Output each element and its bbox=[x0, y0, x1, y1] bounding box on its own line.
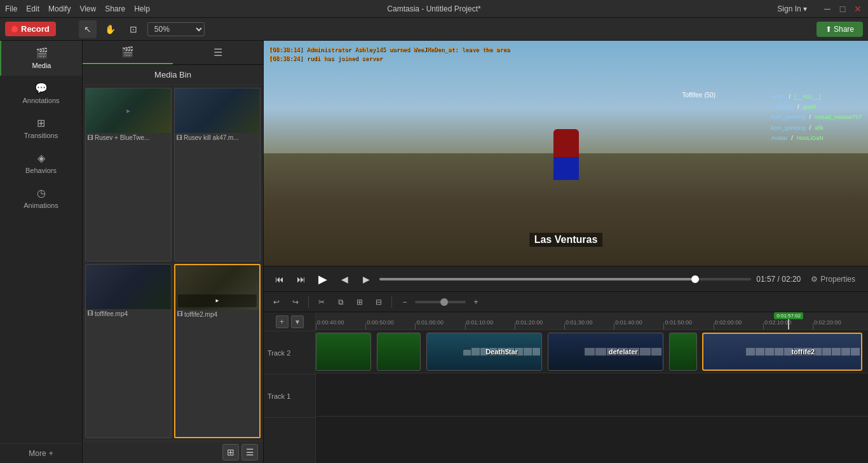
next-clip-button[interactable]: ▶ bbox=[358, 271, 374, 287]
clip-defe-inner: defelater bbox=[583, 348, 663, 356]
zoom-control: − + bbox=[397, 294, 484, 310]
ruler-tick-7: 0:01:50:00 bbox=[663, 317, 664, 329]
toffifee-hud: Toffifee (50) bbox=[682, 92, 715, 99]
time-total: 02:20 bbox=[782, 275, 801, 284]
preview-video[interactable]: [08:38:14] Administrator Ashley145 warne… bbox=[264, 41, 868, 266]
menu-file[interactable]: File bbox=[5, 4, 17, 13]
clip-toffife2[interactable]: toffife2 bbox=[702, 333, 862, 371]
progress-bar[interactable] bbox=[379, 278, 751, 280]
character-sprite bbox=[553, 129, 579, 180]
chevron-down[interactable]: ▾ bbox=[291, 315, 304, 328]
wbar bbox=[841, 348, 850, 356]
media-label-3: 🎞 toffifee.mp4 bbox=[86, 309, 171, 319]
player-row-2: _Tropers/good bbox=[771, 102, 862, 112]
sidebar-label-media: Media bbox=[32, 62, 51, 69]
menu-view[interactable]: View bbox=[79, 4, 96, 13]
record-label: Record bbox=[21, 24, 50, 34]
sidebar-item-transitions[interactable]: ⊞ Transitions bbox=[0, 111, 82, 146]
right-panel: [08:38:14] Administrator Ashley145 warne… bbox=[264, 41, 868, 463]
properties-button[interactable]: ⚙ Properties bbox=[806, 272, 860, 286]
prev-frame-button[interactable]: ⏮ bbox=[271, 271, 288, 287]
track2-row: Death$tar bbox=[316, 330, 868, 373]
cut-button[interactable]: ✂ bbox=[314, 294, 329, 310]
wbar bbox=[651, 348, 662, 356]
sidebar-item-behaviors[interactable]: ◈ Behaviors bbox=[0, 146, 82, 181]
wbar bbox=[585, 348, 595, 356]
redo-button[interactable]: ↪ bbox=[288, 294, 303, 310]
menu-share[interactable]: Share bbox=[105, 4, 125, 13]
sidebar-item-annotations[interactable]: 💬 Annotations bbox=[0, 76, 82, 111]
playhead-marker: 0:01:57:02 bbox=[774, 312, 803, 330]
sidebar-more[interactable]: More + bbox=[0, 443, 82, 463]
sidebar-label-annotations: Annotations bbox=[22, 97, 59, 104]
preview-subtitle: Las Venturas bbox=[529, 233, 603, 247]
preview-panel: [08:38:14] Administrator Ashley145 warne… bbox=[264, 41, 868, 266]
media-item-rusev-bluetwe[interactable]: ▶ 🎞 Rusev + BlueTwe... bbox=[85, 88, 172, 261]
more-label: More bbox=[29, 449, 46, 458]
track2-label[interactable]: Track 2 bbox=[264, 331, 315, 375]
media-item-toffifee[interactable]: 🎞 toffifee.mp4 bbox=[85, 264, 172, 439]
grid-view-button[interactable]: ⊞ bbox=[222, 444, 239, 460]
tool-select-button[interactable]: ↖ bbox=[79, 20, 97, 38]
sidebar-label-transitions: Transitions bbox=[24, 132, 58, 139]
ruler-tick-2: 0:01:00:00 bbox=[415, 317, 416, 329]
zoom-out-button[interactable]: − bbox=[397, 294, 412, 310]
media-thumb-4: ▶ bbox=[175, 265, 259, 310]
split-button[interactable]: ⊞ bbox=[352, 294, 367, 310]
clip-deathstar-inner: Death$tar bbox=[462, 348, 541, 356]
clip-track2-1[interactable] bbox=[316, 333, 371, 371]
maximize-button[interactable]: □ bbox=[837, 4, 848, 14]
add-track-button[interactable]: + bbox=[276, 315, 288, 328]
toolbar-separator-1 bbox=[308, 296, 309, 308]
tool-crop-button[interactable]: ⊡ bbox=[125, 20, 142, 38]
media-grid: ▶ 🎞 Rusev + BlueTwe... 🎞 Rusev kill ak47… bbox=[83, 85, 263, 441]
track1-label[interactable]: Track 1 bbox=[264, 375, 315, 418]
zoom-slider-handle[interactable] bbox=[440, 298, 448, 306]
list-view-button[interactable]: ☰ bbox=[241, 444, 258, 460]
play-button[interactable]: ▶ bbox=[315, 271, 331, 287]
wbar bbox=[463, 350, 471, 356]
clip-small-mid[interactable] bbox=[669, 333, 696, 371]
signin-button[interactable]: Sign In ▾ bbox=[777, 4, 807, 13]
chat-overlay: [08:38:14] Administrator Ashley145 warne… bbox=[269, 46, 510, 63]
share-button[interactable]: ⬆ Share bbox=[817, 22, 863, 37]
timeline-ruler[interactable]: 0:01:57:02 0:00:40:00 0:00:50:00 0:01:00… bbox=[316, 312, 868, 330]
clip-defe[interactable]: defelater bbox=[548, 333, 663, 371]
zoom-in-button[interactable]: + bbox=[468, 294, 484, 310]
group-button[interactable]: ⊟ bbox=[371, 294, 386, 310]
wbar bbox=[532, 348, 541, 356]
wbar bbox=[471, 348, 480, 356]
next-frame-button[interactable]: ⏭ bbox=[293, 271, 309, 287]
zoom-select[interactable]: 50% bbox=[147, 22, 205, 36]
media-label-4: 🎞 toffife2.mp4 bbox=[175, 310, 259, 319]
wbar bbox=[595, 348, 606, 356]
clip-toffife-inner: toffife2 bbox=[745, 348, 861, 356]
tracks-area: Death$tar bbox=[316, 330, 868, 463]
clip-defe-label: defelater bbox=[609, 348, 638, 356]
gear-icon: ⚙ bbox=[811, 275, 818, 284]
media-panel: 🎬 ☰ Media Bin ▶ 🎞 Rusev + BlueTwe... bbox=[83, 41, 264, 463]
minimize-button[interactable]: ─ bbox=[822, 4, 832, 14]
menu-edit[interactable]: Edit bbox=[26, 4, 39, 13]
media-item-toffife2[interactable]: ▶ 🎞 toffife2.mp4 bbox=[174, 264, 261, 439]
copy-button[interactable]: ⧉ bbox=[333, 294, 348, 310]
close-button[interactable]: ✕ bbox=[853, 4, 863, 14]
sidebar-item-media[interactable]: 🎬 Media bbox=[0, 41, 82, 76]
tool-pan-button[interactable]: ✋ bbox=[102, 20, 119, 38]
undo-button[interactable]: ↩ bbox=[269, 294, 284, 310]
media-item-rusev-kill[interactable]: 🎞 Rusev kill ak47.m... bbox=[174, 88, 261, 261]
clip-track2-2[interactable] bbox=[377, 333, 421, 371]
panel-tab-list[interactable]: ☰ bbox=[173, 41, 263, 64]
record-button[interactable]: Record bbox=[5, 22, 56, 36]
prev-clip-button[interactable]: ◀ bbox=[336, 271, 353, 287]
panel-tabs: 🎬 ☰ bbox=[83, 41, 263, 65]
progress-handle[interactable] bbox=[691, 275, 699, 283]
clip-deathstar[interactable]: Death$tar bbox=[426, 333, 542, 371]
menu-modify[interactable]: Modify bbox=[48, 4, 71, 13]
sidebar-item-animations[interactable]: ◷ Animations bbox=[0, 181, 82, 216]
sidebar-label-behaviors: Behaviors bbox=[25, 167, 57, 174]
zoom-slider[interactable] bbox=[415, 301, 466, 303]
panel-tab-grid[interactable]: 🎬 bbox=[83, 41, 173, 64]
menu-help[interactable]: Help bbox=[134, 4, 150, 13]
chat-line-2: [08:38:24] rudi has joined server bbox=[269, 55, 510, 64]
